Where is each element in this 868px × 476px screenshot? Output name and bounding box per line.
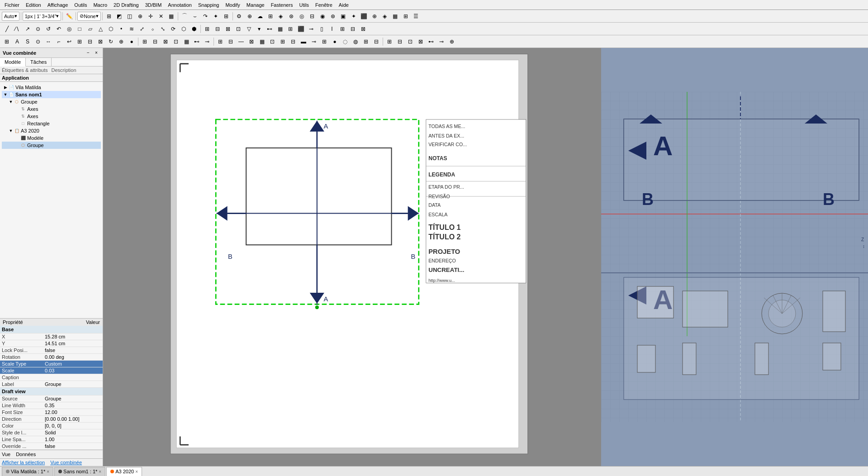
tree-item-groupe1[interactable]: ▼ ⬡ Groupe (2, 98, 101, 105)
tb-icon-20[interactable]: ⊟ (307, 11, 317, 21)
menu-manage[interactable]: Manage (244, 1, 267, 9)
t3-31[interactable]: ⊞ (319, 37, 329, 47)
draw-26[interactable]: ⊷ (265, 24, 275, 34)
afficher-selection[interactable]: Afficher la sélection (2, 460, 45, 465)
tb-icon-12[interactable]: ⊞ (221, 11, 231, 21)
vue-label[interactable]: Vue (2, 452, 10, 457)
t3-14[interactable]: ⊞ (140, 37, 150, 47)
tb-icon-5[interactable]: ✛ (146, 11, 156, 21)
tb-icon-26[interactable]: ⊕ (370, 11, 379, 21)
t3-34[interactable]: ◍ (351, 37, 360, 47)
t3-24[interactable]: ⊠ (247, 37, 256, 47)
tb-icon-27[interactable]: ◈ (380, 11, 390, 21)
draw-28[interactable]: ⊞ (285, 24, 295, 34)
t3-19[interactable]: ⊷ (192, 37, 202, 47)
t3-41[interactable]: ⊷ (426, 37, 436, 47)
expand-sansnom1[interactable]: ▼ (3, 92, 8, 97)
t3-21[interactable]: ⊞ (215, 37, 225, 47)
draw-9[interactable]: ▱ (85, 24, 95, 34)
t3-7[interactable]: ↩ (64, 37, 74, 47)
t3-13[interactable]: ● (127, 37, 137, 47)
t3-40[interactable]: ⊠ (416, 37, 426, 47)
t3-30[interactable]: ⊸ (309, 37, 319, 47)
tb-icon-14[interactable]: ⊕ (245, 11, 255, 21)
draw-3[interactable]: ↗ (23, 24, 33, 34)
tb-icon-18[interactable]: ⊛ (286, 11, 296, 21)
draw-5[interactable]: ↺ (43, 24, 53, 34)
tree-item-groupe2[interactable]: ⬡ Groupe (2, 142, 101, 149)
center-canvas[interactable]: A A B B TODAS AS ME... ANTES DA EX... VE… (103, 48, 601, 466)
expand-groupe1[interactable]: ▼ (8, 100, 14, 104)
draw-13[interactable]: ≋ (127, 24, 137, 34)
tb-icon-3[interactable]: ◫ (125, 11, 135, 21)
draw-8[interactable]: □ (75, 24, 85, 34)
draw-4[interactable]: ⊙ (33, 24, 43, 34)
draw-7[interactable]: ◎ (64, 24, 74, 34)
tab-vilamatilda[interactable]: Vila Matilda : 1* × (2, 467, 53, 476)
t3-9[interactable]: ⊟ (85, 37, 95, 47)
t3-5[interactable]: ↔ (43, 37, 53, 47)
draw-18[interactable]: ⬡ (179, 24, 189, 34)
tree-item-vilamatilda[interactable]: ▶ 📄 Vila Matilda (2, 84, 101, 91)
draw-32[interactable]: I (327, 24, 337, 34)
tb-icon-16[interactable]: ⊞ (266, 11, 275, 21)
tab-model[interactable]: Modèle (0, 58, 26, 67)
tree-item-axes2[interactable]: ⇅ Axes (2, 113, 101, 120)
tb-icon-9[interactable]: ⌣ (190, 11, 200, 21)
tb-icon-21[interactable]: ◉ (318, 11, 327, 21)
t3-43[interactable]: ⊕ (447, 37, 457, 47)
t3-20[interactable]: ⊸ (202, 37, 212, 47)
t3-38[interactable]: ⊟ (395, 37, 405, 47)
panel-minimize[interactable]: − (85, 49, 92, 57)
t3-33[interactable]: ◌ (340, 37, 350, 47)
tb-icon-10[interactable]: ↷ (200, 11, 210, 21)
draw-19[interactable]: ⬢ (189, 24, 199, 34)
tb-icon-6[interactable]: ✕ (156, 11, 166, 21)
tb-icon-13[interactable]: ⚙ (234, 11, 244, 21)
expand-vilamatilda[interactable]: ▶ (3, 85, 8, 90)
draw-23[interactable]: ⊡ (233, 24, 243, 34)
menu-2ddrafting[interactable]: 2D Drafting (111, 1, 142, 9)
t3-32[interactable]: ● (330, 37, 340, 47)
tree-item-modele[interactable]: ⬛ Modèle (2, 134, 101, 142)
t3-36[interactable]: ⊟ (371, 37, 381, 47)
draw-16[interactable]: ⤡ (158, 24, 168, 34)
tree-item-axes1[interactable]: ⇅ Axes (2, 105, 101, 113)
menu-annotation[interactable]: Annotation (165, 1, 194, 9)
draw-24[interactable]: ▽ (244, 24, 254, 34)
menu-affichage[interactable]: Affichage (45, 1, 71, 9)
t3-1[interactable]: ⊞ (2, 37, 12, 47)
tb-icon-11[interactable]: ✦ (211, 11, 221, 21)
t3-6[interactable]: ⌐ (54, 37, 64, 47)
t3-42[interactable]: ⊸ (436, 37, 446, 47)
tb-icon-29[interactable]: ⊞ (401, 11, 411, 21)
draw-11[interactable]: ⬡ (106, 24, 116, 34)
draw-10[interactable]: △ (95, 24, 105, 34)
menu-outils[interactable]: Outils (71, 1, 90, 9)
t3-10[interactable]: ⊠ (95, 37, 105, 47)
draw-25[interactable]: ▾ (254, 24, 264, 34)
px-dropdown[interactable]: 1px | 1' 3+3/4" ▾ (23, 12, 62, 21)
draw-20[interactable]: ⊞ (202, 24, 212, 34)
tb-icon-19[interactable]: ◎ (297, 11, 307, 21)
tb-icon-28[interactable]: ▦ (390, 11, 400, 21)
draw-line[interactable]: ╱ (2, 24, 12, 34)
menu-modify[interactable]: Modify (223, 1, 242, 9)
t3-8[interactable]: ⊞ (75, 37, 85, 47)
t3-18[interactable]: ▦ (181, 37, 191, 47)
tb-icon-2[interactable]: ◩ (114, 11, 124, 21)
menu-edition[interactable]: Edition (23, 1, 44, 9)
t3-17[interactable]: ⊡ (171, 37, 181, 47)
menu-fasteners[interactable]: Fasteners (268, 1, 296, 9)
tb-icon-30[interactable]: ☰ (411, 11, 421, 21)
draw-17[interactable]: ⟳ (168, 24, 178, 34)
tb-icon-4[interactable]: ⊕ (135, 11, 145, 21)
t3-4[interactable]: ⊙ (33, 37, 43, 47)
tb-icon-17[interactable]: ◈ (276, 11, 286, 21)
t3-3[interactable]: S (23, 37, 33, 47)
t3-15[interactable]: ⊟ (150, 37, 160, 47)
draw-2[interactable]: ∕∖ (12, 24, 22, 34)
menu-snapping[interactable]: Snapping (195, 1, 222, 9)
draw-34[interactable]: ⊟ (348, 24, 358, 34)
tb-icon-23[interactable]: ▣ (338, 11, 348, 21)
